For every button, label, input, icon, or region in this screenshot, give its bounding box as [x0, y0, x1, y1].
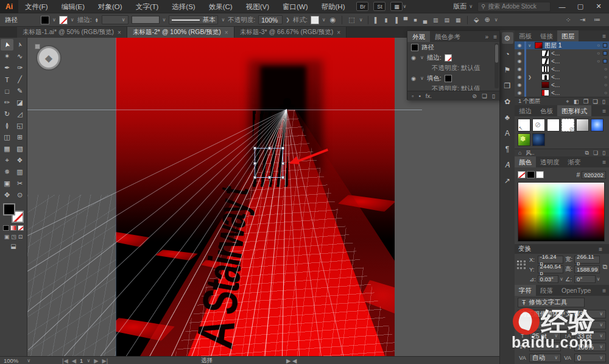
chevron-down-icon[interactable]: ∨: [163, 17, 166, 23]
eye-icon[interactable]: ◉: [516, 82, 523, 88]
hex-value-field[interactable]: 020202: [582, 171, 606, 179]
panel-menu-icon[interactable]: ≡: [491, 33, 499, 40]
screen-mode-button[interactable]: ⬓: [10, 243, 16, 250]
fill-stroke-indicator[interactable]: [3, 203, 24, 223]
style-swatch[interactable]: [547, 119, 560, 131]
rotate-field[interactable]: 0.03°: [538, 275, 558, 283]
workspace-switcher[interactable]: 版面 ∨: [453, 2, 473, 11]
scale-tool[interactable]: ◿: [13, 108, 26, 120]
new-sublayer-icon[interactable]: ❐: [583, 98, 589, 105]
pencil-tool[interactable]: ✏: [1, 97, 13, 108]
selection-indicator[interactable]: [603, 43, 607, 47]
chevron-down-icon[interactable]: ∨: [495, 17, 498, 23]
chevron-down-icon[interactable]: ∨: [560, 276, 563, 282]
align-icon[interactable]: ⚑: [502, 64, 513, 75]
panel-next-icon[interactable]: ▶: [286, 357, 290, 364]
fx-icon[interactable]: fx.: [426, 93, 432, 99]
break-link-icon[interactable]: ⧉: [585, 150, 589, 156]
target-icon[interactable]: ○: [604, 82, 607, 88]
chevron-down-icon[interactable]: ∨: [27, 358, 30, 363]
graph-tool[interactable]: ▥: [13, 166, 26, 178]
minimize-button[interactable]: —: [555, 3, 569, 10]
target-icon[interactable]: ○: [597, 51, 600, 56]
stock-button[interactable]: St: [373, 2, 385, 11]
selection-handle[interactable]: [268, 147, 271, 150]
zoom-tool[interactable]: ⊙: [13, 189, 26, 201]
stroke-none-swatch[interactable]: [445, 54, 452, 61]
target-icon[interactable]: ○: [604, 66, 607, 72]
eye-icon[interactable]: ◉: [516, 43, 523, 48]
draw-normal-icon[interactable]: ▣: [4, 234, 10, 240]
vertical-scale-field[interactable]: ∨: [529, 343, 561, 351]
panel-menu-icon[interactable]: ≡: [602, 33, 609, 40]
tab-links[interactable]: 链接: [536, 30, 557, 41]
align-middle-icon[interactable]: ■: [412, 17, 418, 23]
draw-inside-icon[interactable]: ⊡: [18, 234, 23, 240]
tab-opentype[interactable]: OpenType: [557, 285, 595, 296]
trash-icon[interactable]: ▯: [602, 150, 605, 156]
color-spectrum[interactable]: [518, 182, 605, 242]
chevron-down-icon[interactable]: ∨: [71, 17, 74, 23]
tab-color[interactable]: 颜色: [515, 156, 536, 167]
line-tool[interactable]: ╱: [13, 74, 26, 85]
selection-indicator[interactable]: [603, 59, 607, 63]
eye-icon[interactable]: ◉: [411, 75, 417, 82]
search-input[interactable]: ⚲ 搜索 Adobe Stock: [477, 2, 551, 12]
reference-point-selector[interactable]: [517, 261, 527, 270]
maximize-button[interactable]: ▢: [574, 2, 587, 10]
type-tool[interactable]: T: [1, 74, 13, 85]
style-library-icon[interactable]: ⌂: [518, 150, 521, 156]
fill-row-label[interactable]: 填色:: [427, 74, 442, 83]
shear-field[interactable]: 0°: [574, 275, 595, 283]
free-transform-tool[interactable]: ◱: [13, 120, 26, 131]
tab-gradient[interactable]: 渐变: [564, 156, 585, 167]
y-field[interactable]: 2440.54 p: [538, 265, 563, 273]
tab-graphic-styles[interactable]: 图形样式: [557, 105, 591, 116]
expand-icon[interactable]: ∨: [528, 43, 533, 48]
selection-bounding-box[interactable]: [255, 148, 283, 178]
selection-handle[interactable]: [281, 162, 284, 165]
layer-row[interactable]: ◉ ∨ 图层 1 ○: [515, 41, 609, 49]
align-left-icon[interactable]: ▌: [373, 17, 380, 23]
curvature-tool[interactable]: ✑: [13, 62, 26, 74]
fill-indicator[interactable]: [3, 203, 15, 215]
isolate-icon[interactable]: ⊕: [484, 16, 491, 24]
brushes-icon[interactable]: ✿: [502, 96, 513, 107]
brush-select[interactable]: 基本: [169, 15, 218, 24]
leading-field[interactable]: 33 pt∨: [574, 332, 606, 340]
layer-label[interactable]: <...: [551, 66, 560, 72]
style-swatch[interactable]: [591, 119, 604, 131]
selection-tool[interactable]: ➤: [1, 39, 13, 51]
magic-wand-tool[interactable]: ✶: [1, 51, 13, 62]
layer-label[interactable]: <...: [551, 82, 560, 88]
shape-builder-tool[interactable]: ◫: [1, 131, 13, 143]
trash-icon[interactable]: ▯: [492, 93, 495, 99]
selection-handle[interactable]: [253, 162, 256, 165]
artboard-number-field[interactable]: 1: [80, 357, 83, 364]
menu-effect[interactable]: 效果(C): [202, 0, 239, 13]
export-icon[interactable]: ↗: [502, 175, 513, 186]
eraser-tool[interactable]: ◪: [13, 97, 26, 108]
stroke-weight-stepper[interactable]: ▲▼: [95, 18, 99, 23]
target-icon[interactable]: ○: [604, 90, 607, 96]
new-stroke-icon[interactable]: ▫: [412, 93, 414, 99]
target-icon[interactable]: ○: [597, 43, 600, 48]
kerning-field[interactable]: 自动∨: [529, 354, 561, 362]
document-tab-1[interactable]: 未标题-1.ai* @ 50% (RGB/预览) ×: [17, 27, 127, 38]
none-swatch[interactable]: [518, 171, 526, 178]
layer-row[interactable]: ◉ <... ○: [515, 65, 609, 73]
locate-object-icon[interactable]: ⌖: [566, 98, 569, 105]
last-artboard-icon[interactable]: ▶|: [102, 357, 108, 364]
paintbrush-tool[interactable]: ✎: [13, 85, 26, 97]
new-style-icon[interactable]: ❏: [593, 150, 598, 156]
align-bottom-icon[interactable]: ▄: [421, 17, 428, 23]
eye-icon[interactable]: ◉: [516, 90, 523, 96]
chevron-down-icon[interactable]: ∨: [322, 17, 326, 23]
next-artboard-icon[interactable]: ▶: [94, 357, 98, 364]
scrollbar[interactable]: [495, 43, 499, 88]
width-tool[interactable]: ≬: [1, 120, 13, 131]
fill-black-swatch[interactable]: [445, 75, 452, 82]
transform-panel-icon[interactable]: ⁘: [565, 16, 572, 24]
style-swatch[interactable]: [532, 133, 545, 146]
close-icon[interactable]: ×: [225, 29, 228, 36]
